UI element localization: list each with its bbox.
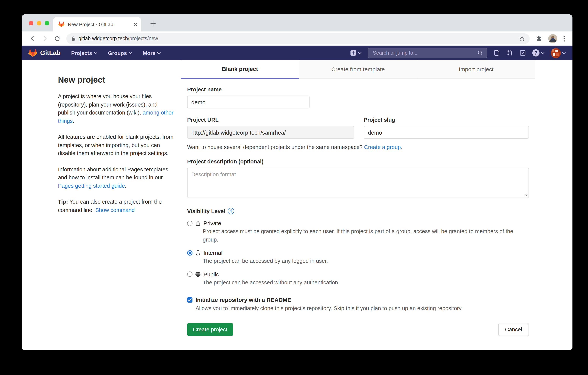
user-menu-button[interactable]	[551, 48, 566, 58]
menu-more-label: More	[143, 50, 156, 56]
public-option-label[interactable]: Public	[203, 271, 219, 277]
browser-menu-icon[interactable]	[563, 35, 565, 42]
browser-toolbar: gitlab.widgetcorp.tech/projects/new	[21, 32, 572, 46]
tab-import-project[interactable]: Import project	[417, 60, 535, 79]
visibility-level-label: Visibility Level	[187, 208, 225, 214]
menu-projects-label: Projects	[71, 50, 92, 56]
tip-label: Tip:	[58, 199, 68, 205]
gitlab-brand-text: GitLab	[40, 49, 61, 57]
cancel-button[interactable]: Cancel	[498, 323, 529, 336]
readme-label[interactable]: Initialize repository with a README	[196, 297, 291, 303]
form-actions: Create project Cancel	[187, 323, 529, 336]
resize-grip-icon[interactable]	[524, 193, 528, 196]
project-slug-column: Project slug	[364, 117, 529, 139]
blank-project-form: Project name Project URL Project slug Wa…	[181, 79, 535, 336]
menu-more[interactable]: More	[143, 50, 161, 56]
public-option-description: The project can be accessed without any …	[203, 278, 529, 287]
create-project-button[interactable]: Create project	[187, 323, 233, 336]
tab-blank-project[interactable]: Blank project	[181, 60, 299, 79]
project-slug-label: Project slug	[364, 117, 529, 123]
namespace-hint-text: Want to house several dependent projects…	[187, 144, 364, 150]
navbar-search[interactable]	[368, 48, 487, 58]
project-name-label: Project name	[187, 87, 529, 92]
option-row: Private	[187, 220, 529, 226]
description-textarea-wrap	[187, 168, 529, 198]
project-description-textarea[interactable]	[187, 168, 529, 198]
menu-groups-label: Groups	[108, 50, 127, 56]
browser-window: New Project · GitLab	[21, 14, 572, 350]
bookmark-star-icon[interactable]	[519, 35, 525, 42]
menu-projects[interactable]: Projects	[71, 50, 98, 56]
tab-title: New Project · GitLab	[68, 22, 130, 27]
visibility-option-private: Private Project access must be granted e…	[187, 220, 529, 244]
zoom-window-button[interactable]	[45, 21, 49, 25]
url-path: /projects/new	[128, 36, 158, 41]
visibility-help-icon[interactable]: ?	[228, 208, 234, 214]
internal-option-label[interactable]: Internal	[203, 250, 222, 256]
sidebar-paragraph: A project is where you house your files …	[58, 92, 174, 125]
page-content: New project A project is where you house…	[21, 60, 572, 350]
address-bar[interactable]: gitlab.widgetcorp.tech/projects/new	[66, 33, 530, 44]
paragraph-text: .	[73, 118, 74, 124]
globe-icon	[195, 271, 201, 277]
screen: New Project · GitLab	[0, 0, 588, 375]
close-window-button[interactable]	[29, 21, 33, 25]
option-row: Public	[187, 271, 529, 277]
gitlab-navbar: GitLab Projects Groups More	[21, 46, 572, 60]
project-type-tabs: Blank project Create from template Impor…	[181, 60, 535, 79]
chevron-down-icon	[94, 52, 97, 54]
help-icon: ?	[532, 49, 539, 56]
private-radio[interactable]	[187, 221, 192, 226]
public-radio[interactable]	[187, 272, 192, 277]
url-host: gitlab.widgetcorp.tech	[78, 36, 128, 41]
help-menu-button[interactable]: ?	[532, 49, 545, 56]
internal-option-description: The project can be accessed by any logge…	[203, 257, 529, 265]
menu-groups[interactable]: Groups	[108, 50, 132, 56]
paragraph-text: Information about additional Pages templ…	[58, 166, 168, 180]
issues-icon[interactable]	[494, 50, 500, 56]
readme-checkbox[interactable]	[187, 297, 192, 302]
browser-titlebar: New Project · GitLab	[21, 14, 572, 32]
gitlab-logo[interactable]: GitLab	[28, 49, 61, 57]
lock-icon	[71, 36, 75, 41]
internal-radio[interactable]	[187, 250, 192, 255]
sidebar-tip: Tip: You can also create a project from …	[58, 198, 174, 214]
project-name-input[interactable]	[187, 96, 310, 109]
pages-guide-link[interactable]: Pages getting started guide	[58, 183, 125, 189]
lock-icon	[195, 220, 201, 226]
readme-description: Allows you to immediately clone this pro…	[196, 305, 529, 312]
plus-square-icon	[350, 50, 357, 56]
minimize-window-button[interactable]	[37, 21, 41, 25]
page-title: New project	[58, 75, 174, 85]
tab-close-icon[interactable]	[133, 22, 137, 26]
private-option-description: Project access must be granted explicitl…	[203, 228, 529, 244]
project-description-label: Project description (optional)	[187, 158, 529, 165]
back-icon[interactable]	[29, 35, 36, 42]
new-menu-button[interactable]	[350, 50, 361, 56]
forward-icon[interactable]	[42, 35, 48, 42]
extensions-puzzle-icon[interactable]	[536, 35, 542, 42]
visibility-level-row: Visibility Level ?	[187, 208, 529, 214]
browser-tab[interactable]: New Project · GitLab	[53, 17, 141, 32]
search-input[interactable]	[372, 50, 477, 56]
shield-icon	[195, 250, 201, 256]
browser-profile-avatar[interactable]	[548, 34, 557, 43]
user-avatar	[551, 48, 561, 58]
sidebar-paragraph: All features are enabled for blank proje…	[58, 133, 174, 157]
project-slug-input[interactable]	[364, 126, 529, 139]
project-url-input[interactable]	[187, 126, 354, 139]
readme-section: Initialize repository with a README Allo…	[187, 297, 529, 312]
window-controls	[29, 14, 49, 32]
show-command-link[interactable]: Show command	[95, 207, 135, 213]
private-option-label[interactable]: Private	[203, 220, 221, 226]
todos-icon[interactable]	[519, 50, 526, 56]
paragraph-text: .	[125, 183, 126, 189]
chevron-down-icon	[541, 52, 545, 54]
tab-create-from-template[interactable]: Create from template	[299, 60, 417, 79]
create-a-group-link[interactable]: Create a group.	[364, 144, 402, 150]
url-text: gitlab.widgetcorp.tech/projects/new	[78, 36, 158, 41]
chevron-down-icon	[129, 52, 132, 54]
refresh-icon[interactable]	[54, 35, 60, 42]
new-tab-button[interactable]	[149, 19, 157, 28]
merge-requests-icon[interactable]	[506, 50, 513, 56]
